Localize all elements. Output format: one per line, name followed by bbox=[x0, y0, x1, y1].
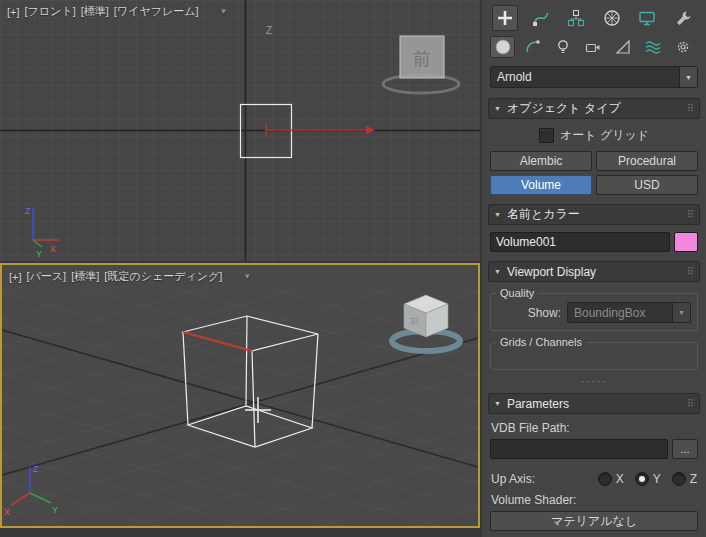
quality-group: Quality Show: BoundingBox ▼ bbox=[490, 293, 698, 331]
rollout-arrow-icon: ▼ bbox=[494, 268, 501, 275]
category-geometry[interactable] bbox=[490, 36, 515, 58]
z-axis-label: Z bbox=[266, 25, 272, 36]
rollout-parameters-header[interactable]: ▼ Parameters ⠿ bbox=[488, 393, 700, 414]
grids-channels-group: Grids / Channels bbox=[490, 342, 698, 370]
show-label: Show: bbox=[528, 306, 561, 320]
viewport-menu-shading[interactable]: [ワイヤフレーム] bbox=[114, 4, 199, 19]
category-cameras[interactable] bbox=[580, 36, 605, 58]
viewport-overlay-arrow-icon[interactable]: ▼ bbox=[243, 272, 251, 281]
object-color-swatch[interactable] bbox=[674, 232, 698, 252]
viewport-overlay-arrow-icon[interactable]: ▼ bbox=[220, 7, 228, 16]
rollout-resize-handle[interactable]: ····· bbox=[482, 374, 706, 386]
up-axis-x-label: X bbox=[616, 472, 624, 486]
show-row: Show: BoundingBox ▼ bbox=[497, 302, 691, 323]
rollout-grip-icon[interactable]: ⠿ bbox=[687, 398, 694, 409]
create-category-row bbox=[482, 34, 706, 63]
browse-button[interactable]: ... bbox=[672, 439, 698, 459]
viewport-menu-pov[interactable]: [パース] bbox=[27, 269, 67, 284]
object-type-buttons: Alembic Procedural Volume USD bbox=[490, 151, 698, 195]
viewport-menu-standard[interactable]: [標準] bbox=[71, 269, 99, 284]
rollout-object-type-header[interactable]: ▼ オブジェクト タイプ ⠿ bbox=[488, 98, 700, 119]
object-name-row bbox=[490, 232, 698, 252]
utilities-wrench-icon bbox=[674, 9, 692, 27]
quality-group-label: Quality bbox=[496, 287, 538, 299]
light-bulb-icon bbox=[555, 39, 571, 55]
category-lights[interactable] bbox=[550, 36, 575, 58]
show-dropdown-value: BoundingBox bbox=[568, 306, 672, 320]
geometry-sphere-icon bbox=[494, 38, 512, 56]
autogrid-checkbox[interactable] bbox=[539, 128, 554, 143]
up-axis-x-radio[interactable]: X bbox=[598, 472, 624, 486]
camera-icon bbox=[585, 39, 601, 55]
tripod-y-label: Y bbox=[52, 505, 58, 515]
tab-utilities[interactable] bbox=[670, 5, 696, 31]
up-axis-y-radio[interactable]: Y bbox=[635, 472, 661, 486]
volume-button[interactable]: Volume bbox=[490, 175, 592, 195]
tab-motion[interactable] bbox=[599, 5, 625, 31]
viewport-perspective[interactable]: 前 Z X Y [+] [パース] [標準] [既定のシェーディング] ▼ bbox=[0, 263, 480, 528]
category-helpers[interactable] bbox=[610, 36, 635, 58]
rollout-arrow-icon: ▼ bbox=[494, 211, 501, 218]
motion-wheel-icon bbox=[603, 9, 621, 27]
tripod-z-label: Z bbox=[25, 206, 31, 216]
up-axis-row: Up Axis: X Y Z bbox=[491, 472, 697, 486]
rollout-arrow-icon: ▼ bbox=[494, 400, 501, 407]
rollout-viewport-display-header[interactable]: ▼ Viewport Display ⠿ bbox=[488, 261, 700, 282]
up-axis-label: Up Axis: bbox=[491, 472, 587, 486]
rollout-name-color-header[interactable]: ▼ 名前とカラー ⠿ bbox=[488, 204, 700, 225]
rollout-grip-icon[interactable]: ⠿ bbox=[687, 209, 694, 220]
viewport-menu-pov[interactable]: [フロント] bbox=[25, 4, 76, 19]
rollout-viewport-display-title: Viewport Display bbox=[507, 265, 687, 279]
renderer-dropdown-value: Arnold bbox=[491, 70, 679, 84]
tab-create[interactable] bbox=[492, 5, 518, 31]
tab-display[interactable] bbox=[634, 5, 660, 31]
viewport-menu-standard[interactable]: [標準] bbox=[81, 4, 109, 19]
systems-gear-icon bbox=[675, 39, 691, 55]
vdb-file-path-input[interactable] bbox=[490, 439, 668, 459]
create-plus-icon bbox=[495, 8, 515, 28]
rollout-grip-icon[interactable]: ⠿ bbox=[687, 103, 694, 114]
persp-viewport-label: [+] [パース] [標準] [既定のシェーディング] ▼ bbox=[9, 269, 251, 284]
object-name-input[interactable] bbox=[490, 232, 670, 252]
tab-hierarchy[interactable] bbox=[563, 5, 589, 31]
category-shapes[interactable] bbox=[520, 36, 545, 58]
perspective-viewport-canvas[interactable]: 前 Z X Y bbox=[2, 265, 478, 526]
material-button[interactable]: マテリアルなし bbox=[490, 511, 698, 531]
show-dropdown[interactable]: BoundingBox ▼ bbox=[567, 302, 691, 323]
viewport-menu-general[interactable]: [+] bbox=[7, 6, 20, 18]
radio-selected-icon bbox=[635, 472, 649, 486]
viewcube-face-label: 前 bbox=[411, 316, 420, 326]
up-axis-z-radio[interactable]: Z bbox=[672, 472, 697, 486]
space-warps-waves-icon bbox=[645, 39, 661, 55]
rollout-name-color-title: 名前とカラー bbox=[507, 206, 687, 223]
category-systems[interactable] bbox=[670, 36, 695, 58]
rollout-arrow-icon: ▼ bbox=[494, 105, 501, 112]
vdb-file-path-label: VDB File Path: bbox=[491, 421, 697, 435]
autogrid-row: オート グリッド bbox=[482, 127, 706, 144]
front-viewport-canvas[interactable]: Z 前 Z X Y bbox=[0, 0, 480, 261]
shapes-arc-icon bbox=[525, 39, 541, 55]
alembic-button[interactable]: Alembic bbox=[490, 151, 592, 171]
procedural-button[interactable]: Procedural bbox=[596, 151, 698, 171]
display-monitor-icon bbox=[638, 9, 656, 27]
rollout-grip-icon[interactable]: ⠿ bbox=[687, 266, 694, 277]
command-panel: Arnold ▼ ▼ オブジェクト タイプ ⠿ オート グリッド Alembic… bbox=[482, 0, 706, 537]
rollout-object-type-title: オブジェクト タイプ bbox=[507, 100, 687, 117]
hierarchy-icon bbox=[567, 9, 585, 27]
usd-button[interactable]: USD bbox=[596, 175, 698, 195]
radio-icon bbox=[672, 472, 686, 486]
helpers-triangle-icon bbox=[615, 39, 631, 55]
dropdown-arrow-icon[interactable]: ▼ bbox=[679, 67, 697, 87]
renderer-dropdown[interactable]: Arnold ▼ bbox=[490, 66, 698, 88]
category-space-warps[interactable] bbox=[640, 36, 665, 58]
tripod-y-label: Y bbox=[36, 249, 42, 259]
viewport-front[interactable]: Z 前 Z X Y bbox=[0, 0, 480, 261]
rollout-parameters-title: Parameters bbox=[507, 397, 687, 411]
viewport-menu-general[interactable]: [+] bbox=[9, 271, 22, 283]
volume-shader-label: Volume Shader: bbox=[491, 493, 697, 507]
radio-icon bbox=[598, 472, 612, 486]
tab-modify[interactable] bbox=[528, 5, 554, 31]
grids-channels-group-label: Grids / Channels bbox=[496, 336, 586, 348]
tripod-x-label: X bbox=[50, 244, 56, 254]
viewport-menu-shading[interactable]: [既定のシェーディング] bbox=[104, 269, 222, 284]
